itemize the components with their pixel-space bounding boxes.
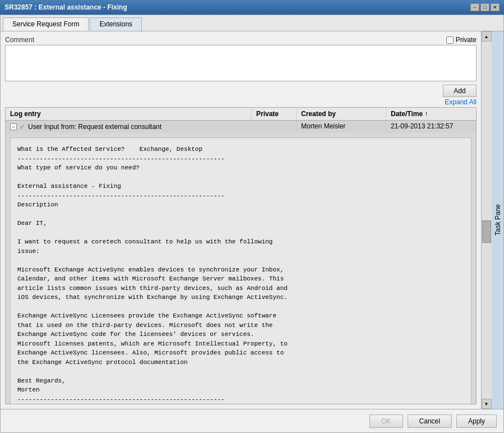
cancel-button[interactable]: Cancel (408, 414, 452, 428)
main-window: Service Request Form Extensions Comment … (0, 15, 504, 433)
log-row-title: − ✓ User Input from: Request external co… (10, 122, 247, 131)
private-cell (252, 121, 297, 133)
title-bar: SR32857 : External assistance - Fixing –… (0, 0, 504, 15)
log-table-header: Log entry Private Created by Date/Time ↑ (6, 108, 476, 121)
tab-service-request-form[interactable]: Service Request Form (3, 17, 89, 31)
header-log-entry: Log entry (6, 108, 252, 120)
header-private: Private (252, 108, 297, 120)
table-row: − ✓ User Input from: Request external co… (6, 121, 476, 133)
log-detail-inner: What is the Affected Service? Exchange, … (10, 137, 471, 404)
scroll-up-arrow[interactable]: ▲ (482, 31, 492, 42)
maximize-button[interactable]: □ (480, 3, 489, 11)
datetime-cell: 21-09-2013 21:32:57 (386, 121, 476, 133)
tab-extensions[interactable]: Extensions (90, 17, 142, 31)
header-created-by: Created by (297, 108, 386, 120)
task-pane-label: Task Pane (494, 204, 502, 236)
private-checkbox[interactable] (446, 36, 454, 44)
check-icon: ✓ (19, 122, 26, 131)
add-button[interactable]: Add (443, 85, 477, 97)
log-row-container: − ✓ User Input from: Request external co… (6, 121, 476, 404)
ok-button[interactable]: OK (369, 414, 403, 428)
created-by-cell: Morten Meisler (297, 121, 386, 133)
header-datetime[interactable]: Date/Time ↑ (386, 108, 476, 120)
bottom-bar: OK Cancel Apply (1, 409, 503, 432)
title-bar-buttons: – □ ✕ (470, 3, 500, 11)
title-bar-text: SR32857 : External assistance - Fixing (4, 3, 127, 11)
add-button-row: Add (5, 85, 477, 97)
minimize-button[interactable]: – (470, 3, 479, 11)
log-entry-text: User Input from: Request external consul… (28, 123, 161, 131)
comment-textarea[interactable] (5, 45, 477, 81)
tab-bar: Service Request Form Extensions (1, 15, 503, 31)
scroll-thumb[interactable] (482, 220, 491, 243)
expand-all-link[interactable]: Expand All (445, 98, 477, 106)
log-table-container: Log entry Private Created by Date/Time ↑ (5, 107, 477, 404)
private-label: Private (456, 36, 477, 44)
comment-header: Comment Private (5, 36, 477, 44)
apply-button[interactable]: Apply (456, 414, 497, 428)
comment-section: Comment Private (5, 36, 477, 81)
main-panel: Comment Private Add Expand All (1, 31, 481, 409)
log-detail: What is the Affected Service? Exchange, … (6, 133, 476, 404)
log-entry-cell: − ✓ User Input from: Request external co… (6, 121, 252, 133)
close-button[interactable]: ✕ (491, 3, 500, 11)
task-pane[interactable]: Task Pane (491, 31, 503, 409)
private-checkbox-area: Private (446, 36, 477, 44)
scroll-down-arrow[interactable]: ▼ (482, 399, 492, 409)
expand-all-row: Expand All (5, 98, 477, 106)
row-expand-icon[interactable]: − (10, 123, 17, 130)
comment-label: Comment (5, 36, 34, 44)
right-scrollbar: ▲ ▼ (481, 31, 491, 409)
scroll-track[interactable] (482, 42, 492, 399)
